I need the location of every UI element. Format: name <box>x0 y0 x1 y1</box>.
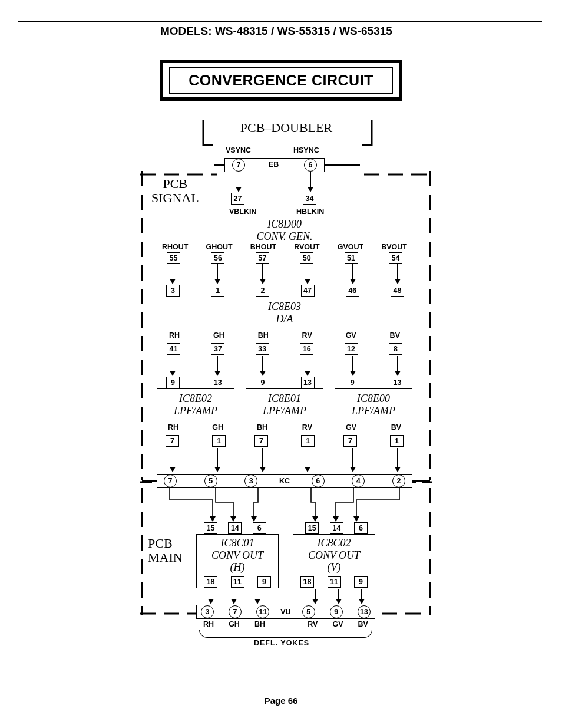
kc-1: 5 <box>204 475 217 487</box>
e03-in-2: 2 <box>256 285 269 297</box>
co0-o0: 18 <box>204 576 217 588</box>
svg-marker-14 <box>333 516 339 522</box>
diagram-stage: PCB–DOUBLER VSYNC HSYNC 7 EB 6 PCB SIGNA… <box>137 118 426 648</box>
kc-to-convout-wires <box>157 488 412 522</box>
defl-yokes-label: DEFL. YOKES <box>137 639 426 647</box>
title-text: CONVERGENCE CIRCUIT <box>169 67 393 94</box>
eb-stub-left <box>214 164 224 166</box>
yl-1: GH <box>229 620 240 628</box>
kc-0: 7 <box>164 475 177 487</box>
kc-stub-right <box>412 480 430 482</box>
lpf2-desc: LPF/AMP <box>352 405 395 417</box>
lpf1-desc: LPF/AMP <box>263 405 306 417</box>
vu-3: 5 <box>302 605 315 618</box>
svg-marker-11 <box>230 516 236 522</box>
lpf1-c1: RV <box>302 423 312 431</box>
pcb-main-l1: PCB <box>148 536 173 551</box>
lpf2-o0: 7 <box>343 435 357 447</box>
ic8e03-name: IC8E03 <box>268 301 301 312</box>
co0-name: IC8C01 <box>220 537 254 549</box>
title-frame: CONVERGENCE CIRCUIT <box>160 60 402 101</box>
co1-o0: 18 <box>300 576 314 588</box>
vblkin-label: VBLKIN <box>229 207 257 216</box>
yoke-brace <box>199 630 372 638</box>
vu-5: 13 <box>358 605 371 618</box>
e03-out-2: 33 <box>256 343 269 355</box>
pcb-signal-l2: SIGNAL <box>151 190 199 205</box>
yl-4: GV <box>332 620 343 628</box>
lpf2-c1: BV <box>391 423 401 431</box>
dash-right-lower <box>428 488 432 615</box>
lpf0-c1: GH <box>212 423 223 431</box>
ic8e03-box: IC8E03 D/A RH GH BH RV GV BV 41 37 33 16… <box>157 297 412 355</box>
co1-o2: 9 <box>354 576 368 588</box>
dash-left-lower <box>140 488 144 615</box>
rule-top <box>18 21 542 22</box>
co-in-12: 6 <box>354 522 368 534</box>
d00-out-3: RVOUT <box>294 243 320 251</box>
kc-5: 2 <box>392 475 405 487</box>
co1-d2: (V) <box>328 561 341 573</box>
e03-out-5: 8 <box>389 343 402 355</box>
eb-label: EB <box>269 160 279 169</box>
eb-pin-hsync: 6 <box>304 159 317 172</box>
lpf-in-01: 13 <box>211 377 224 388</box>
co-in-00: 15 <box>204 522 217 534</box>
hblkin-label: HBLKIN <box>296 207 324 216</box>
d00-out-1: GHOUT <box>206 243 232 251</box>
d00-pin-2: 57 <box>256 252 269 264</box>
ic8d00-name: IC8D00 <box>267 218 302 230</box>
e03-lbl-2: BH <box>258 331 269 340</box>
pcb-signal-l1: PCB <box>163 176 188 191</box>
kc-4: 4 <box>352 475 365 487</box>
svg-marker-12 <box>251 516 257 522</box>
yl-2: BH <box>254 620 265 628</box>
co1-name: IC8C02 <box>317 537 351 549</box>
e03-out-1: 37 <box>211 343 224 355</box>
co1-o1: 11 <box>328 576 341 588</box>
page: MODELS: WS-48315 / WS-55315 / WS-65315 C… <box>0 0 562 728</box>
yl-3: RV <box>308 620 318 628</box>
lpf1-c0: BH <box>257 423 267 431</box>
yl-0: RH <box>203 620 214 628</box>
e03-in-4: 46 <box>346 285 359 297</box>
hsync-label: HSYNC <box>293 146 319 154</box>
co0-o2: 9 <box>257 576 271 588</box>
lpf-in-00: 9 <box>166 377 180 388</box>
ic8c02-box: IC8C02 CONV OUT (V) 18 11 9 <box>293 534 375 588</box>
d00-pin-3: 50 <box>300 252 313 264</box>
lpf1-name: IC8E01 <box>268 393 301 404</box>
lpf0-c0: RH <box>168 423 178 431</box>
d00-pin-5: 54 <box>389 252 402 264</box>
eb-pin-vsync: 7 <box>232 159 245 172</box>
vu-label: VU <box>280 608 290 616</box>
doubler-bracket <box>202 119 373 149</box>
co-in-02: 6 <box>253 522 266 534</box>
dash-left-upper <box>140 171 144 480</box>
ic8d00-desc: CONV. GEN. <box>256 230 312 242</box>
kc-label: KC <box>279 477 290 485</box>
co0-o1: 11 <box>231 576 244 588</box>
ic8e01-box: IC8E01 LPF/AMP BH RV 7 1 <box>246 388 323 447</box>
co1-d1: CONV OUT <box>308 549 360 561</box>
co0-d1: CONV OUT <box>211 549 263 561</box>
d00-out-0: RHOUT <box>162 243 188 251</box>
kc-2: 3 <box>244 475 257 487</box>
lpf1-o1: 1 <box>301 435 315 447</box>
co-in-11: 14 <box>330 522 343 534</box>
svg-marker-15 <box>353 516 359 522</box>
vu-4: 9 <box>330 605 343 618</box>
e03-out-3: 16 <box>300 343 313 355</box>
lpf2-o1: 1 <box>390 435 404 447</box>
svg-marker-13 <box>312 516 318 522</box>
e03-in-0: 3 <box>166 285 180 297</box>
lpf-in-10: 9 <box>256 377 269 388</box>
co-in-01: 14 <box>228 522 242 534</box>
e03-in-3: 47 <box>301 285 315 297</box>
yl-5: BV <box>358 620 368 628</box>
lpf-in-11: 13 <box>301 377 315 388</box>
dash-right-upper <box>428 171 432 480</box>
lpf-in-20: 9 <box>346 377 359 388</box>
e03-in-5: 48 <box>391 285 404 297</box>
kc-stub-left <box>142 480 157 482</box>
